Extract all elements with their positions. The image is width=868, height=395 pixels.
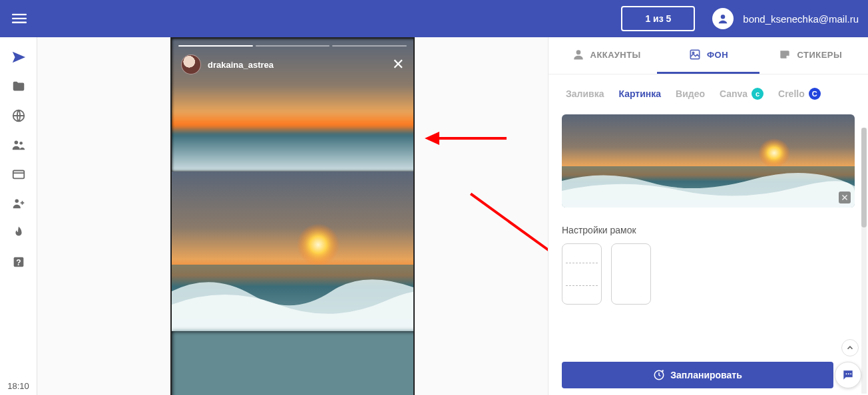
story-avatar[interactable] bbox=[181, 55, 201, 74]
svg-point-29 bbox=[846, 373, 847, 374]
scrollbar-thumb[interactable] bbox=[861, 128, 867, 227]
primary-tabs: АККАУНТЫ ФОН СТИКЕРЫ bbox=[548, 37, 868, 74]
subtab-crello[interactable]: CrelloC bbox=[778, 88, 821, 100]
svg-point-26 bbox=[758, 138, 790, 168]
card-icon[interactable] bbox=[11, 166, 27, 182]
close-icon[interactable]: ✕ bbox=[392, 56, 404, 73]
help-icon[interactable]: ? bbox=[11, 254, 27, 270]
svg-rect-8 bbox=[13, 171, 24, 179]
menu-icon[interactable] bbox=[9, 9, 29, 29]
tab-background-label: ФОН bbox=[707, 50, 728, 60]
frames-block: Настройки рамок bbox=[562, 225, 855, 305]
annotation-arrow bbox=[423, 125, 510, 152]
user-email[interactable]: bond_ksenechka@mail.ru bbox=[743, 13, 859, 25]
tab-accounts-label: АККАУНТЫ bbox=[590, 50, 641, 60]
svg-marker-19 bbox=[425, 132, 439, 145]
scroll-up-icon[interactable] bbox=[841, 339, 859, 356]
schedule-button[interactable]: Запланировать bbox=[562, 362, 833, 388]
tab-background[interactable]: ФОН bbox=[657, 37, 759, 74]
svg-point-6 bbox=[14, 141, 17, 145]
tab-stickers-label: СТИКЕРЫ bbox=[797, 50, 842, 60]
subtab-image[interactable]: Картинка bbox=[618, 88, 661, 99]
schedule-label: Запланировать bbox=[670, 370, 742, 380]
svg-rect-17 bbox=[172, 331, 415, 395]
svg-point-24 bbox=[692, 52, 694, 54]
svg-text:?: ? bbox=[16, 258, 21, 267]
svg-rect-2 bbox=[12, 22, 27, 23]
annotation-arrow bbox=[452, 185, 548, 295]
story-progress bbox=[178, 45, 407, 47]
frames-title: Настройки рамок bbox=[562, 225, 855, 235]
send-icon[interactable] bbox=[11, 49, 27, 65]
svg-line-20 bbox=[461, 194, 548, 284]
crello-badge-icon: C bbox=[809, 88, 821, 100]
clock-plus-icon bbox=[653, 369, 665, 381]
topbar: 1 из 5 bond_ksenechka@mail.ru bbox=[0, 0, 868, 37]
svg-point-30 bbox=[848, 373, 849, 374]
chat-icon[interactable] bbox=[835, 362, 861, 388]
folder-icon[interactable] bbox=[11, 78, 27, 94]
svg-point-9 bbox=[15, 199, 19, 203]
story-username: drakaina_astrea bbox=[208, 60, 274, 70]
svg-point-31 bbox=[850, 373, 851, 374]
subtab-video[interactable]: Видео bbox=[676, 88, 705, 99]
globe-icon[interactable] bbox=[11, 108, 27, 124]
svg-point-4 bbox=[721, 15, 725, 19]
subtab-fill[interactable]: Заливка bbox=[566, 88, 604, 99]
svg-rect-1 bbox=[12, 18, 27, 19]
svg-rect-23 bbox=[690, 50, 699, 59]
tab-stickers[interactable]: СТИКЕРЫ bbox=[760, 37, 861, 74]
fire-icon[interactable] bbox=[11, 225, 27, 241]
group-add-icon[interactable] bbox=[11, 196, 27, 211]
delete-icon[interactable] bbox=[839, 192, 851, 203]
side-nav: ? 18:10 bbox=[0, 37, 37, 395]
avatar[interactable] bbox=[712, 8, 734, 29]
frame-option-full[interactable] bbox=[611, 243, 651, 305]
svg-point-7 bbox=[19, 142, 23, 145]
svg-point-22 bbox=[576, 50, 580, 55]
right-panel: АККАУНТЫ ФОН СТИКЕРЫ Заливка Картинка Ви bbox=[548, 37, 868, 395]
svg-rect-0 bbox=[12, 14, 27, 15]
preview-area: drakaina_astrea ✕ bbox=[37, 37, 548, 395]
clock-label: 18:10 bbox=[0, 381, 37, 391]
frame-option-thirds[interactable] bbox=[562, 243, 602, 305]
secondary-tabs: Заливка Картинка Видео Canvac CrelloC bbox=[562, 74, 855, 109]
tab-accounts[interactable]: АККАУНТЫ bbox=[555, 37, 657, 74]
subtab-canva[interactable]: Canvac bbox=[720, 88, 763, 100]
canva-badge-icon: c bbox=[752, 88, 763, 100]
image-thumbnail[interactable] bbox=[562, 114, 855, 207]
story-preview[interactable]: drakaina_astrea ✕ bbox=[170, 37, 415, 395]
svg-point-14 bbox=[297, 223, 339, 266]
people-icon[interactable] bbox=[11, 137, 27, 153]
counter-button[interactable]: 1 из 5 bbox=[621, 6, 695, 31]
